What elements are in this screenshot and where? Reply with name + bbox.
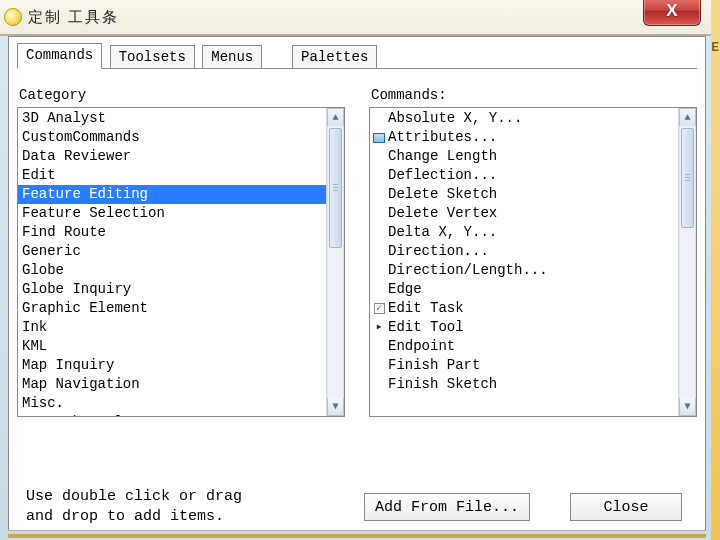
category-item[interactable]: Find Route bbox=[18, 223, 326, 242]
category-item[interactable]: Graphic Element bbox=[18, 299, 326, 318]
add-from-file-button[interactable]: Add From File... bbox=[364, 493, 530, 521]
scroll-track[interactable] bbox=[679, 126, 696, 398]
tab-menus[interactable]: Menus bbox=[202, 45, 262, 69]
category-item[interactable]: Network Analyst bbox=[18, 413, 326, 416]
close-button[interactable]: Close bbox=[570, 493, 682, 521]
close-window-button[interactable]: X bbox=[643, 0, 701, 26]
dialog-footer: Use double click or drag and drop to add… bbox=[8, 476, 706, 538]
scroll-down-button[interactable]: ▼ bbox=[679, 398, 696, 416]
command-label: Direction... bbox=[388, 242, 489, 261]
category-item[interactable]: Misc. bbox=[18, 394, 326, 413]
command-item[interactable]: Deflection... bbox=[370, 166, 678, 185]
category-item[interactable]: Globe bbox=[18, 261, 326, 280]
category-item[interactable]: Map Inquiry bbox=[18, 356, 326, 375]
command-label: Delete Sketch bbox=[388, 185, 497, 204]
dialog-body: Commands Toolsets Menus Palettes Categor… bbox=[8, 36, 706, 530]
command-label: Delete Vertex bbox=[388, 204, 497, 223]
command-label: Deflection... bbox=[388, 166, 497, 185]
command-label: Finish Sketch bbox=[388, 375, 497, 394]
category-listbox[interactable]: 3D AnalystCustomCommandsData ReviewerEdi… bbox=[17, 107, 345, 417]
category-item[interactable]: Globe Inquiry bbox=[18, 280, 326, 299]
commands-column: Commands: Absolute X, Y...Attributes...C… bbox=[369, 87, 697, 417]
category-item[interactable]: Generic bbox=[18, 242, 326, 261]
category-item[interactable]: Data Reviewer bbox=[18, 147, 326, 166]
command-label: Delta X, Y... bbox=[388, 223, 497, 242]
attributes-icon bbox=[370, 133, 388, 143]
scroll-track[interactable] bbox=[327, 126, 344, 398]
category-item[interactable]: Map Navigation bbox=[18, 375, 326, 394]
command-label: Finish Part bbox=[388, 356, 480, 375]
tab-commands[interactable]: Commands bbox=[17, 43, 102, 69]
hint-line-2: and drop to add items. bbox=[26, 507, 298, 527]
command-label: Attributes... bbox=[388, 128, 497, 147]
tabs-row: Commands Toolsets Menus Palettes bbox=[17, 43, 697, 69]
commands-scrollbar[interactable]: ▲ ▼ bbox=[678, 108, 696, 416]
tab-palettes[interactable]: Palettes bbox=[292, 45, 377, 69]
command-item[interactable]: Delete Vertex bbox=[370, 204, 678, 223]
command-item[interactable]: Direction... bbox=[370, 242, 678, 261]
titlebar: 定制 工具条 X bbox=[0, 0, 711, 36]
category-item[interactable]: Edit bbox=[18, 166, 326, 185]
hint-line-1: Use double click or drag bbox=[26, 487, 298, 507]
category-item[interactable]: CustomCommands bbox=[18, 128, 326, 147]
category-item[interactable]: Feature Editing bbox=[18, 185, 326, 204]
scroll-down-button[interactable]: ▼ bbox=[327, 398, 344, 416]
close-icon: X bbox=[666, 1, 677, 21]
pointer-icon: ▸ bbox=[370, 318, 388, 337]
command-label: Endpoint bbox=[388, 337, 455, 356]
command-item[interactable]: Attributes... bbox=[370, 128, 678, 147]
command-item[interactable]: Finish Part bbox=[370, 356, 678, 375]
command-item[interactable]: ✓Edit Task bbox=[370, 299, 678, 318]
tab-toolsets[interactable]: Toolsets bbox=[110, 45, 195, 69]
category-item[interactable]: KML bbox=[18, 337, 326, 356]
command-label: Change Length bbox=[388, 147, 497, 166]
category-column: Category 3D AnalystCustomCommandsData Re… bbox=[17, 87, 345, 417]
command-label: Edit Tool bbox=[388, 318, 464, 337]
commands-label: Commands: bbox=[369, 87, 697, 103]
command-item[interactable]: Delete Sketch bbox=[370, 185, 678, 204]
category-scrollbar[interactable]: ▲ ▼ bbox=[326, 108, 344, 416]
command-label: Edge bbox=[388, 280, 422, 299]
parent-window-glyph: E bbox=[711, 40, 719, 55]
command-item[interactable]: Absolute X, Y... bbox=[370, 109, 678, 128]
command-label: Absolute X, Y... bbox=[388, 109, 522, 128]
category-item[interactable]: Feature Selection bbox=[18, 204, 326, 223]
command-item[interactable]: Change Length bbox=[370, 147, 678, 166]
command-item[interactable]: Finish Sketch bbox=[370, 375, 678, 394]
app-icon bbox=[4, 8, 22, 26]
command-label: Direction/Length... bbox=[388, 261, 548, 280]
command-label: Edit Task bbox=[388, 299, 464, 318]
footer-border bbox=[8, 530, 706, 538]
category-item[interactable]: 3D Analyst bbox=[18, 109, 326, 128]
checkbox-icon: ✓ bbox=[370, 303, 388, 314]
window-title: 定制 工具条 bbox=[28, 8, 119, 27]
scroll-thumb[interactable] bbox=[329, 128, 342, 248]
commands-listbox[interactable]: Absolute X, Y...Attributes...Change Leng… bbox=[369, 107, 697, 417]
command-item[interactable]: Direction/Length... bbox=[370, 261, 678, 280]
command-item[interactable]: ▸Edit Tool bbox=[370, 318, 678, 337]
command-item[interactable]: Endpoint bbox=[370, 337, 678, 356]
command-item[interactable]: Edge bbox=[370, 280, 678, 299]
parent-window-edge bbox=[711, 0, 720, 540]
command-item[interactable]: Delta X, Y... bbox=[370, 223, 678, 242]
hint-text: Use double click or drag and drop to add… bbox=[8, 487, 298, 527]
scroll-thumb[interactable] bbox=[681, 128, 694, 228]
category-label: Category bbox=[17, 87, 345, 103]
category-item[interactable]: Ink bbox=[18, 318, 326, 337]
scroll-up-button[interactable]: ▲ bbox=[327, 108, 344, 126]
scroll-up-button[interactable]: ▲ bbox=[679, 108, 696, 126]
